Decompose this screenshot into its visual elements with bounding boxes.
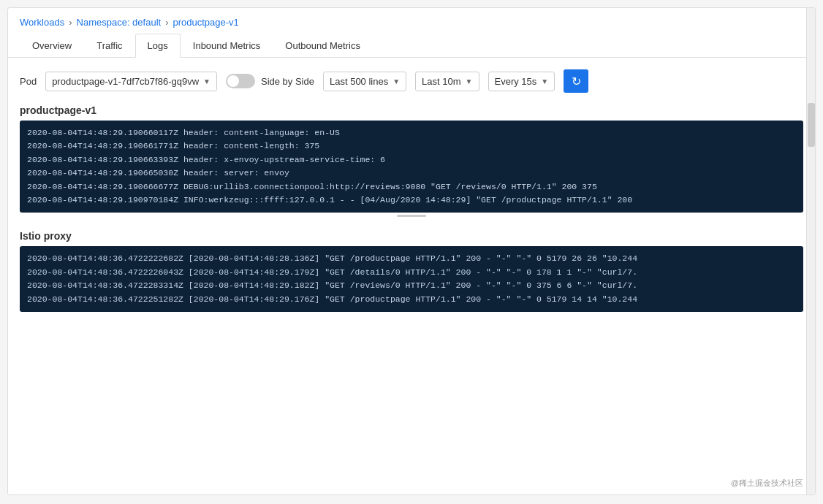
log-section-title-productpage-v1: productpage-v1 (20, 104, 803, 116)
controls-bar: Pod productpage-v1-7df7cb7f86-gq9vw ▼ Si… (20, 69, 803, 93)
log-line: 2020-08-04T14:48:29.190663393Z header: x… (27, 153, 796, 167)
lines-dropdown[interactable]: Last 500 lines ▼ (323, 72, 406, 91)
log-line: 2020-08-04T14:48:36.4722251282Z [2020-08… (27, 293, 796, 306)
log-section-title-istio-proxy: Istio proxy (20, 230, 803, 242)
refresh-button[interactable]: ↻ (564, 69, 588, 93)
log-line: 2020-08-04T14:48:29.190665030Z header: s… (27, 167, 796, 180)
main-container: Workloads › Namespace: default › product… (7, 7, 816, 495)
tab-outbound-metrics[interactable]: Outbound Metrics (273, 34, 373, 58)
time-value: Last 10m (422, 76, 460, 87)
lines-value: Last 500 lines (330, 76, 388, 87)
tab-inbound-metrics[interactable]: Inbound Metrics (181, 34, 273, 58)
log-line: 2020-08-04T14:48:29.190660117Z header: c… (27, 126, 796, 140)
content-area: Pod productpage-v1-7df7cb7f86-gq9vw ▼ Si… (8, 58, 815, 484)
log-section-productpage-v1: productpage-v12020-08-04T14:48:29.190660… (20, 104, 803, 218)
log-section-istio-proxy: Istio proxy2020-08-04T14:48:36.472222268… (20, 230, 803, 312)
interval-dropdown[interactable]: Every 15s ▼ (488, 72, 555, 91)
breadcrumb-sep1: › (69, 17, 72, 28)
log-content-productpage-v1[interactable]: 2020-08-04T14:48:29.190660117Z header: c… (20, 121, 803, 213)
log-sections-container: productpage-v12020-08-04T14:48:29.190660… (20, 104, 803, 312)
side-by-side-toggle[interactable] (226, 74, 255, 88)
tab-traffic[interactable]: Traffic (84, 34, 134, 58)
log-line: 2020-08-04T14:48:36.4722226043Z [2020-08… (27, 266, 796, 279)
log-container-productpage-v1[interactable]: 2020-08-04T14:48:29.190660117Z header: c… (20, 121, 803, 213)
interval-value: Every 15s (495, 76, 537, 87)
tabs-bar: Overview Traffic Logs Inbound Metrics Ou… (8, 34, 815, 58)
side-by-side-toggle-container: Side by Side (226, 74, 314, 88)
tab-logs[interactable]: Logs (135, 34, 181, 58)
breadcrumb-workloads[interactable]: Workloads (20, 17, 64, 28)
log-line: 2020-08-04T14:48:36.4722283314Z [2020-08… (27, 279, 796, 292)
breadcrumb-namespace[interactable]: Namespace: default (77, 17, 162, 28)
time-dropdown[interactable]: Last 10m ▼ (415, 72, 479, 91)
interval-chevron: ▼ (541, 77, 548, 85)
lines-chevron: ▼ (392, 77, 400, 85)
outer-scrollbar-thumb[interactable] (808, 103, 815, 147)
pod-dropdown-chevron: ▼ (203, 77, 211, 85)
pod-label: Pod (20, 76, 37, 87)
time-chevron: ▼ (466, 77, 473, 85)
outer-scrollbar[interactable] (806, 8, 815, 495)
pod-value: productpage-v1-7df7cb7f86-gq9vw (52, 76, 199, 87)
log-container-istio-proxy[interactable]: 2020-08-04T14:48:36.4722222682Z [2020-08… (20, 246, 803, 312)
breadcrumb: Workloads › Namespace: default › product… (8, 8, 815, 34)
tab-overview[interactable]: Overview (20, 34, 84, 58)
log-line: 2020-08-04T14:48:36.4722222682Z [2020-08… (27, 252, 796, 265)
watermark: @稀土掘金技术社区 (731, 478, 803, 489)
log-content-istio-proxy[interactable]: 2020-08-04T14:48:36.4722222682Z [2020-08… (20, 246, 803, 312)
breadcrumb-sep2: › (165, 17, 168, 28)
side-by-side-label: Side by Side (261, 76, 314, 87)
log-line: 2020-08-04T14:48:29.190970184Z INFO:werk… (27, 194, 796, 207)
breadcrumb-current: productpage-v1 (173, 17, 239, 28)
pod-dropdown[interactable]: productpage-v1-7df7cb7f86-gq9vw ▼ (45, 72, 217, 91)
log-line: 2020-08-04T14:48:29.190661771Z header: c… (27, 140, 796, 153)
log-line: 2020-08-04T14:48:29.190666677Z DEBUG:url… (27, 180, 796, 194)
resize-handle[interactable] (20, 213, 803, 218)
